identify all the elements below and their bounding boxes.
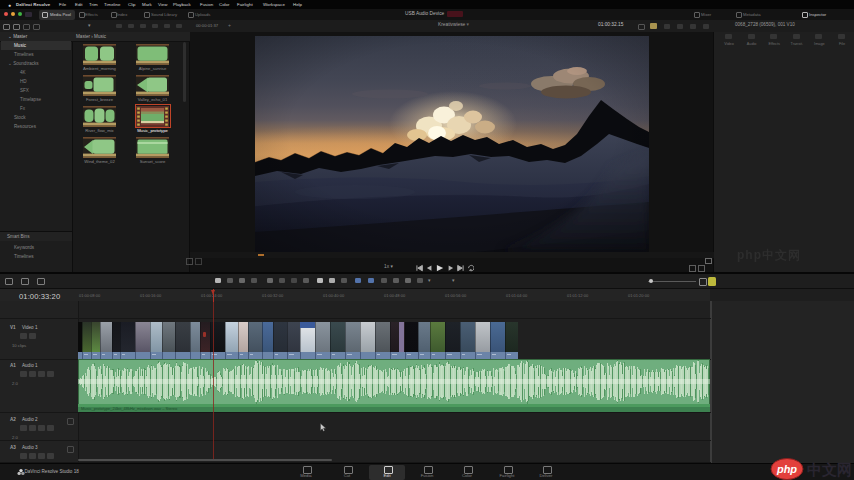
svg-text:php: php: [776, 463, 797, 475]
svg-text:中文网: 中文网: [807, 461, 852, 478]
